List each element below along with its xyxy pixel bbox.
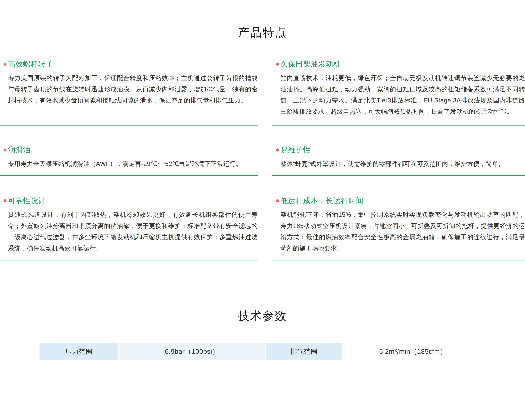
features-title: 产品特点: [0, 27, 525, 38]
specs-table: 压力范围 6.9bar（100psi） 排气范围 5.2m³/min（185cf…: [39, 343, 525, 360]
feature-body: 专用寿力全天候压缩机润滑油（AWF），满足再-29℃~+52℃气温环境下正常运行…: [8, 158, 258, 169]
feature-body: 缸内直喷技术，油耗更低，绿色环保；全自动无极发动机转速调节装置减少无必要的燃油油…: [280, 72, 525, 117]
feature-section-engine: 久保田柴油发动机 缸内直喷技术，油耗更低，绿色环保；全自动无极发动机转速调节装置…: [272, 59, 525, 125]
feature-header: 易维护性: [272, 145, 525, 154]
feature-header: 低运行成本，长运行时间: [272, 196, 525, 205]
feature-section-maintainability: 易维护性 整体“蚌壳”式外罩设计，使需维护的零部件都可在可及范围内，维护方便，简…: [272, 125, 525, 176]
bullet-icon: [3, 148, 6, 151]
feature-body: 寿力美国原装的转子为配对加工，保证配合精度和压缩效率；主机通过公转子齿根的槽线与…: [8, 72, 258, 106]
product-detail-page: 产品特点 高效螺杆转子 寿力美国原装的转子为配对加工，保证配合精度和压缩效率；主…: [0, 27, 525, 420]
feature-header: 高效螺杆转子: [0, 59, 258, 68]
bullet-icon: [276, 63, 279, 66]
specs-title: 技术参数: [0, 310, 525, 322]
bullet-icon: [3, 63, 6, 66]
section-divider: [272, 260, 525, 260]
bullet-icon: [3, 199, 6, 202]
feature-heading: 可靠性设计: [8, 196, 46, 205]
feature-header: 久保田柴油发动机: [272, 59, 525, 68]
spec-label-pressure-range: 压力范围: [39, 343, 118, 360]
feature-heading: 久保田柴油发动机: [281, 59, 341, 68]
bullet-icon: [276, 148, 279, 151]
feature-section-rotor: 高效螺杆转子 寿力美国原装的转子为配对加工，保证配合精度和压缩效率；主机通过公转…: [0, 59, 258, 125]
feature-body: 贯通式风道设计，有利于内部散热，整机冷却效果更好，有效延长机组各部件的使用寿命；…: [8, 209, 258, 254]
bullet-icon: [276, 199, 279, 202]
feature-heading: 润滑油: [8, 145, 31, 154]
feature-heading: 低运行成本，长运行时间: [281, 196, 364, 205]
feature-section-reliability: 可靠性设计 贯通式风道设计，有利于内部散热，整机冷却效果更好，有效延长机组各部件…: [0, 176, 258, 260]
feature-body: 整机能耗下降，省油15%；集中控制系统实时实现负载变化与发动机输出功率的匹配；寿…: [280, 209, 525, 254]
feature-body: 整体“蚌壳”式外罩设计，使需维护的零部件都可在可及范围内，维护方便，简单。: [280, 158, 525, 169]
spec-value-air-delivery-range: 5.2m³/min（185cfm）: [343, 343, 483, 360]
feature-heading: 易维护性: [281, 145, 311, 154]
feature-section-lubricant: 润滑油 专用寿力全天候压缩机润滑油（AWF），满足再-29℃~+52℃气温环境下…: [0, 125, 258, 176]
feature-section-running-cost: 低运行成本，长运行时间 整机能耗下降，省油15%；集中控制系统实时实现负载变化与…: [272, 176, 525, 260]
features-grid: 高效螺杆转子 寿力美国原装的转子为配对加工，保证配合精度和压缩效率；主机通过公转…: [0, 59, 525, 260]
spec-label-air-delivery-range: 排气范围: [266, 343, 342, 360]
feature-header: 润滑油: [0, 145, 258, 154]
spec-value-pressure-range: 6.9bar（100psi）: [119, 343, 265, 360]
section-divider: [0, 260, 258, 260]
feature-header: 可靠性设计: [0, 196, 258, 205]
feature-heading: 高效螺杆转子: [8, 59, 53, 68]
